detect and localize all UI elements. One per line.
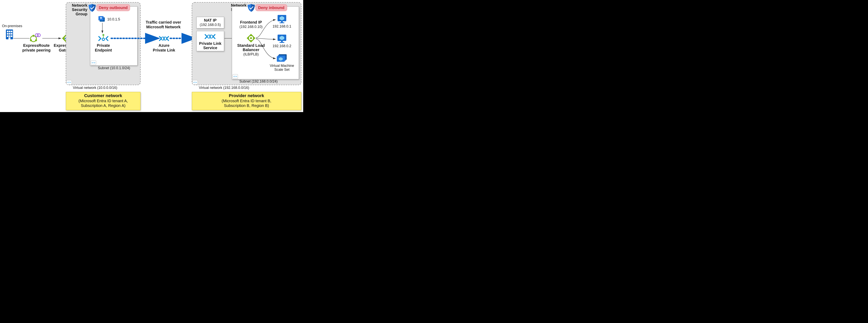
deny-outbound-badge: Deny outbound [96,4,130,11]
svg-rect-65 [281,41,283,42]
vmss-l1: Virtual Machine [270,64,294,68]
svg-point-55 [250,35,252,36]
er-peering-l2: private peering [22,48,51,52]
lb-l1: Standard Load [237,43,265,47]
svg-text:Deny outbound: Deny outbound [99,5,128,10]
svg-text:Service: Service [203,46,217,50]
apl-l2: Private Link [153,48,175,52]
apl-l1: Azure [158,43,169,47]
vm2-ip: 192.168.0.2 [273,44,291,48]
svg-text:(Microsoft Entra ID tenant A,: (Microsoft Entra ID tenant A, [79,99,128,103]
vmss-l2: Scale Set [274,68,289,72]
svg-rect-66 [280,42,284,43]
provider-vnet-label: Virtual network (192.168.0.0/16) [199,86,249,89]
svg-rect-7 [11,33,12,35]
customer-yellowbox: Customer network (Microsoft Entra ID ten… [66,92,141,110]
svg-text:Customer network: Customer network [84,93,122,98]
svg-text:(192.168.0.5): (192.168.0.5) [199,23,221,27]
onprem-label: On-premises [2,24,22,28]
vnet-icon-provider: <·> [192,80,198,84]
svg-rect-8 [7,35,8,37]
svg-text:<·>: <·> [233,75,237,78]
svg-rect-9 [9,35,10,37]
pe-ip-label: 10.0.1.5 [107,17,120,21]
svg-rect-5 [7,33,8,35]
svg-text:Provider network: Provider network [229,93,264,98]
frontend-title: Frontend IP [240,20,262,24]
customer-subnet-label: Subnet (10.0.1.0/24) [98,66,130,70]
svg-rect-6 [9,33,10,35]
svg-rect-3 [9,31,10,32]
customer-nsg-l1: Network [72,3,88,7]
svg-point-15 [30,39,32,41]
building-icon [6,30,13,39]
nat-ip-box: NAT IP (192.168.0.5) [196,17,224,28]
svg-text:<·>: <·> [193,81,197,84]
vm1-ip: 192.168.0.1 [273,24,291,28]
diagram-canvas: On-premises ExpressRoute private peering [0,0,303,118]
traffic-l1: Traffic carried over [146,20,181,24]
svg-point-16 [35,39,37,41]
svg-text:Private Link: Private Link [199,41,221,46]
svg-point-14 [32,35,34,37]
svg-point-57 [248,38,249,39]
svg-text:<·>: <·> [67,81,71,84]
customer-nsg-l2: Security [72,7,88,12]
lb-l2: Balancer [243,47,259,52]
svg-text:Subscription B, Region B): Subscription B, Region B) [224,103,269,108]
pls-box: Private Link Service [196,31,224,51]
svg-rect-4 [11,31,12,32]
svg-point-56 [250,40,252,41]
pe-sub: Endpoint [95,48,112,52]
svg-text:Subscription A, Region A): Subscription A, Region A) [81,103,126,108]
provider-subnet-label: Subnet (192.168.0.0/24) [239,79,278,83]
deny-inbound-badge: Deny inbound [255,4,287,11]
subnet-icon-customer: <·> [91,61,96,65]
customer-subnet-box [90,6,137,66]
customer-vnet-label: Virtual network (10.0.0.0/16) [73,86,117,89]
svg-rect-61 [281,21,283,23]
svg-point-58 [253,38,254,39]
traffic-l2: Microsoft Network [146,25,181,29]
svg-point-54 [250,37,252,39]
subnet-icon-provider: <·> [233,74,238,79]
er-peering-l1: ExpressRoute [23,43,50,47]
customer-nsg-l3: Group [75,12,87,16]
pe-title: Private [97,43,110,47]
vnet-icon-customer: <·> [66,80,72,84]
svg-text:<·>: <·> [92,61,95,64]
svg-point-34 [102,39,104,40]
svg-text:NAT IP: NAT IP [204,18,217,23]
svg-rect-2 [7,31,8,32]
svg-rect-62 [280,23,284,23]
frontend-ip: (192.168.0.10) [239,25,262,29]
vmss-icon [277,54,287,62]
svg-rect-11 [8,37,10,39]
svg-text:(Microsoft Entra ID tenant B,: (Microsoft Entra ID tenant B, [222,99,271,103]
svg-text:Deny inbound: Deny inbound [258,5,284,10]
svg-point-32 [102,34,104,36]
svg-rect-10 [11,35,12,37]
lb-l3: (ILB/PLB) [243,52,259,56]
provider-yellowbox: Provider network (Microsoft Entra ID ten… [192,92,301,110]
